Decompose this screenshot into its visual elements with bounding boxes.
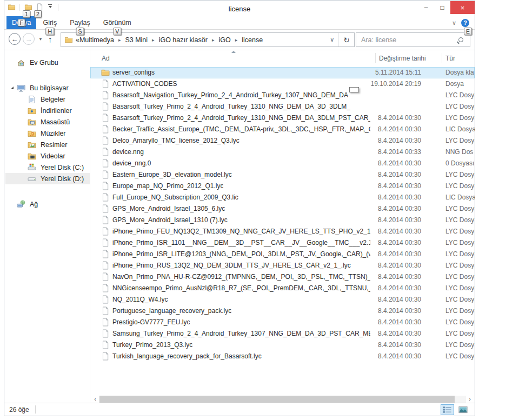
breadcrumb-item[interactable]: « [76, 36, 79, 44]
ribbon-tab[interactable]: Giriş H [36, 16, 63, 29]
breadcrumb-item[interactable]: Multimedya ▸ [79, 36, 125, 44]
sidebar-item[interactable]: Ağ [5, 198, 90, 210]
scrollbar-thumb[interactable] [99, 396, 455, 403]
thumbnails-view-button[interactable] [456, 404, 470, 415]
sidebar-item[interactable]: İndirilenler [5, 105, 90, 116]
breadcrumb-separator-icon[interactable]: ▸ [212, 37, 215, 43]
scroll-right-icon[interactable]: › [466, 395, 474, 403]
breadcrumb-item[interactable]: iGO ▸ [218, 36, 242, 44]
file-icon [101, 170, 110, 179]
sidebar-item[interactable]: Yerel Disk (C:) [5, 162, 90, 173]
file-icon [101, 329, 110, 338]
videos-icon [28, 152, 37, 161]
table-row[interactable]: Turkey_Primo_2013_Q3.lyc 8.4.2014 00:30 … [90, 339, 475, 351]
breadcrumb-item[interactable]: license [242, 36, 263, 44]
table-row[interactable]: iPhone_Primo_ISR_LITE@1203_(NNG,_DEM,_PO… [90, 249, 475, 260]
keytip-help: E [464, 28, 472, 35]
table-row[interactable]: Europe_map_NQ_Primo_2012_Q1.lyc 8.4.2014… [90, 181, 475, 192]
column-header-date[interactable]: Değiştirme tarihi [379, 55, 426, 62]
address-bar[interactable]: « Multimedya ▸ S3 Mini ▸ iGO hazır klasö… [61, 32, 355, 47]
search-input[interactable]: Ara: license [356, 32, 470, 47]
scroll-left-icon[interactable]: ‹ [91, 395, 99, 403]
ribbon-tab[interactable]: Görünüm V [97, 16, 138, 29]
table-row[interactable]: Prestigio-GV7777_FEU.lyc 8.4.2014 00:30 … [90, 317, 475, 328]
sidebar-item[interactable]: Belgeler [5, 94, 90, 105]
table-row[interactable]: Eastern_Europe_3D_elevation_model.lyc 8.… [90, 169, 475, 181]
search-icon[interactable] [458, 37, 463, 42]
file-icon [101, 295, 110, 304]
file-icon [101, 204, 110, 213]
sidebar-item[interactable]: Masaüstü [5, 116, 90, 128]
table-row[interactable]: Portuguese_language_recovery_pack.lyc 8.… [90, 305, 475, 317]
divider [35, 405, 36, 414]
window-title: license [4, 5, 475, 13]
keytip-2: 2 [34, 10, 42, 18]
breadcrumb: « Multimedya ▸ S3 Mini ▸ iGO hazır klasö… [76, 36, 263, 44]
minimize-button[interactable]: – [418, 1, 434, 14]
table-row[interactable]: GPS_More_Android_Israel_1305_6.lyc 8.4.2… [90, 203, 475, 215]
table-row[interactable]: Turkish_language_recovery_pack_for_Basar… [90, 351, 475, 362]
column-header-type[interactable]: Tür [445, 55, 455, 62]
file-list-pane: Ad Değiştirme tarihi Tür server_configs … [90, 50, 475, 403]
sidebar-item[interactable]: Ev Grubu [5, 57, 90, 68]
table-row[interactable]: iPhone_Primo_FEU_NQ13Q2_TM1309_NQ_NNG_CA… [90, 226, 475, 237]
breadcrumb-separator-icon[interactable]: ▸ [235, 37, 238, 43]
table-row[interactable]: NNGicenseempo_Primo_AusNzl@R18_R7_(SE,_P… [90, 283, 475, 294]
breadcrumb-item[interactable]: S3 Mini ▸ [125, 36, 158, 44]
file-info-tooltip [349, 87, 359, 92]
ribbon-tab[interactable]: Paylaş S [63, 16, 97, 29]
up-button[interactable]: ↑ [48, 35, 52, 44]
table-row[interactable]: iPhone_Primo_RUS_13Q2_NQ_DEM_3DLM_TTS_JV… [90, 260, 475, 271]
sidebar-item[interactable]: Videolar [5, 150, 90, 162]
table-row[interactable]: Samsung_Turkey_Primo_2_4_Android_Turkey_… [90, 328, 475, 339]
help-icon[interactable]: ? [461, 19, 469, 27]
table-row[interactable]: Basarsoft_Turkey_Primo_2_4_Android_Turke… [90, 101, 475, 112]
table-row[interactable]: Delco_Amaryllo_TMC_license_2012_Q3.lyc 8… [90, 135, 475, 146]
desktop-icon [28, 118, 37, 126]
tab-keytip: H [45, 28, 54, 35]
close-button[interactable]: × [450, 1, 475, 14]
sidebar-item[interactable]: Müzikler [5, 128, 90, 139]
column-divider[interactable] [375, 53, 376, 63]
folder-icon [101, 68, 110, 77]
table-row[interactable]: ACTIVATION_CODES 19.10.2014 20:19 Dosya [90, 78, 475, 90]
table-row[interactable]: iPhone_Primo_ISR_1101__NNG__DEM__3D__PST… [90, 237, 475, 249]
forward-button[interactable]: → [23, 33, 35, 45]
ribbon-expand-icon[interactable]: ∨ [452, 19, 456, 26]
navigation-toolbar: ← → ▼ ↑ « Multimedya ▸ S3 Mini ▸ [4, 30, 475, 50]
details-view-button[interactable] [441, 404, 454, 415]
recent-locations-dropdown-icon[interactable]: ▼ [38, 37, 43, 42]
table-row[interactable]: device.nng 8.4.2014 00:33 NNG Dos [90, 146, 475, 158]
titlebar: 1 2 license – □ × [4, 1, 475, 16]
refresh-icon[interactable]: ↻ [339, 36, 354, 44]
ribbon-tab[interactable]: Dosya F [6, 16, 36, 29]
drive-win-icon [28, 163, 37, 172]
table-row[interactable]: Basarsoft_Turkey_Primo_2_4_Android_Turke… [90, 112, 475, 124]
breadcrumb-separator-icon[interactable]: ▸ [152, 37, 155, 43]
sidebar-item[interactable]: Resimler [5, 139, 90, 150]
column-header-name[interactable]: Ad [102, 55, 110, 62]
sidebar-item[interactable]: Yerel Disk (D:) [5, 173, 90, 184]
back-button[interactable]: ← [9, 33, 21, 45]
table-row[interactable]: server_configs 5.11.2014 15:11 Dosya kla [90, 67, 475, 78]
table-row[interactable]: Basarsoft_Navigation_Turkey_Primo_2_4_An… [90, 90, 475, 101]
breadcrumb-separator-icon[interactable]: ▸ [118, 37, 121, 43]
expander-icon[interactable] [11, 86, 14, 89]
homegroup-icon [17, 58, 26, 67]
table-row[interactable]: NQ_2011Q_W4.lyc 8.4.2014 00:30 LYC Dosy [90, 294, 475, 305]
main-area: Ev Grubu Bu bilgisayar Belgeler İndirile… [4, 50, 475, 403]
table-row[interactable]: NavOn_Primo_PNA_HU-R-CZ@0912_(TMPNNG,_DE… [90, 271, 475, 283]
horizontal-scrollbar[interactable]: ‹ › [91, 395, 474, 403]
table-row[interactable]: GPS_More_Android_Israel_1310 (7).lyc 8.4… [90, 215, 475, 226]
address-dropdown-icon[interactable]: ∨ [325, 36, 338, 43]
breadcrumb-item[interactable]: iGO hazır klasör ▸ [159, 36, 219, 44]
sidebar-item[interactable]: Bu bilgisayar [5, 82, 90, 94]
column-divider[interactable] [442, 53, 442, 63]
table-row[interactable]: Full_Europe_NQ_Subscription_2009_Q3.lic … [90, 192, 475, 203]
sort-ascending-icon[interactable] [231, 51, 236, 53]
file-icon [101, 227, 110, 236]
table-row[interactable]: device_nng.0 8.4.2014 00:30 0 Dosyası [90, 158, 475, 169]
table-row[interactable]: Becker_Traffic_Assist_Europe_(TMC,_DEM,_… [90, 124, 475, 135]
maximize-button[interactable]: □ [434, 1, 450, 14]
scrollbar-track[interactable] [99, 396, 466, 403]
